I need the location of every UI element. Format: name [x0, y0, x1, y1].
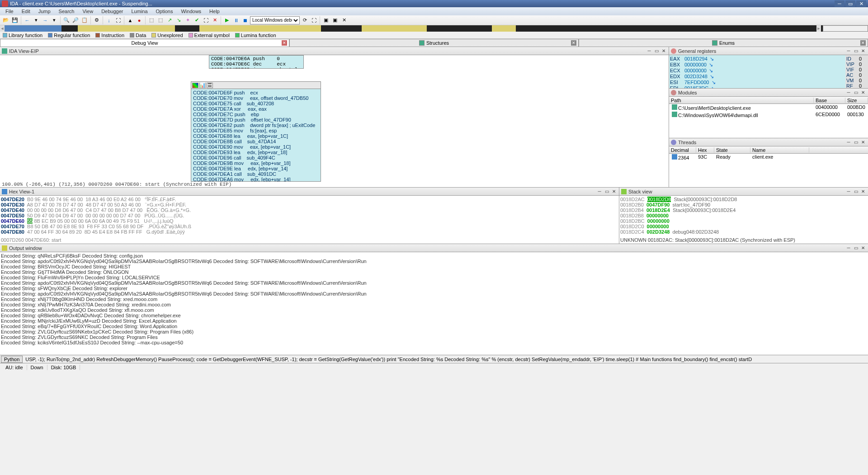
- close-button[interactable]: ✕: [856, 0, 866, 7]
- tool-j[interactable]: ↘: [175, 16, 183, 24]
- minimize-pane-button[interactable]: ─: [845, 245, 852, 251]
- flag-row[interactable]: VIF0: [846, 67, 867, 72]
- close-pane-button[interactable]: ✕: [860, 48, 866, 54]
- forward-button[interactable]: →: [41, 16, 49, 24]
- restore-pane-button[interactable]: ▭: [853, 245, 859, 251]
- tool-k[interactable]: ✦: [184, 16, 192, 24]
- close-icon[interactable]: ✕: [571, 40, 576, 46]
- stack-row[interactable]: 0018D2C4002D3248debug048:002D3248: [620, 229, 867, 235]
- registers-body[interactable]: EAX 0018D294 ↘EBX 00000000 ↘ECX 00000000…: [669, 55, 868, 88]
- tool-n[interactable]: ⟳: [301, 16, 309, 24]
- nav-overview[interactable]: [823, 25, 868, 32]
- minimize-button[interactable]: ─: [835, 0, 844, 7]
- open-button[interactable]: 📂: [2, 16, 10, 24]
- minimize-pane-button[interactable]: ─: [845, 48, 852, 54]
- tab-debugview[interactable]: Debug View✕: [0, 39, 289, 47]
- menu-help[interactable]: Help: [206, 8, 223, 15]
- close-pane-button[interactable]: ✕: [860, 139, 866, 146]
- tool-r[interactable]: ✕: [340, 16, 348, 24]
- threads-body[interactable]: Decimal Hex State Name 236493CReadyclien…: [669, 146, 868, 187]
- close-pane-button[interactable]: ✕: [660, 48, 667, 54]
- menu-options[interactable]: Options: [152, 8, 177, 15]
- restore-pane-button[interactable]: ▭: [604, 188, 610, 195]
- minimize-pane-button[interactable]: ─: [845, 188, 852, 195]
- flag-row[interactable]: AC0: [846, 72, 867, 78]
- close-pane-button[interactable]: ✕: [860, 245, 866, 251]
- stack-row[interactable]: 0018D2C000000000: [620, 224, 867, 229]
- module-row[interactable]: C:\Windows\SysWOW64\dwmapi.dll6CED000000…: [669, 111, 868, 118]
- tool-i[interactable]: ↗: [165, 16, 174, 24]
- tab-structures[interactable]: Structures✕: [289, 39, 579, 47]
- hex-row[interactable]: 0047DE50 50 D9 47 00 04 D9 47 00 00 00 0…: [1, 213, 618, 218]
- back-button[interactable]: ←: [23, 16, 31, 24]
- thread-row[interactable]: 236493CReadyclient.exe: [669, 154, 868, 161]
- stop-button[interactable]: ⏹: [241, 16, 249, 24]
- tab-enums[interactable]: Enums✕: [579, 39, 868, 47]
- tool-d[interactable]: ⚙: [93, 16, 101, 24]
- register-row[interactable]: EDI 0018F3DC ↘: [670, 85, 844, 88]
- close-pane-button[interactable]: ✕: [860, 89, 866, 96]
- graph-icon[interactable]: 📊: [199, 83, 206, 88]
- hex-row[interactable]: 0047DE60 55 8B EC B9 05 00 00 00 6A 00 6…: [1, 218, 618, 224]
- minimize-pane-button[interactable]: ─: [845, 89, 852, 96]
- menu-debugger[interactable]: Debugger: [98, 8, 127, 15]
- record-button[interactable]: ●: [135, 16, 143, 24]
- hex-row[interactable]: 0047DE20 B0 9E 46 00 74 9E 46 00 18 A3 4…: [1, 197, 618, 202]
- module-row[interactable]: C:\Users\Mert\Desktop\client.exe00400000…: [669, 104, 868, 111]
- menu-windows[interactable]: Windows: [177, 8, 205, 15]
- tool-l[interactable]: ✔: [193, 16, 201, 24]
- flag-row[interactable]: VIP0: [846, 61, 867, 67]
- stack-row[interactable]: 0018D2B00047DF90start:loc_47DF90: [620, 202, 867, 207]
- col-size[interactable]: Size: [845, 98, 868, 103]
- tool-g[interactable]: ⬚: [147, 16, 156, 24]
- command-input[interactable]: USP, -1); RunTo(mp_2nd_addr) RefreshDebu…: [24, 357, 867, 362]
- nav-right-arrow[interactable]: ►: [816, 25, 821, 32]
- register-row[interactable]: EAX 0018D294 ↘: [670, 56, 844, 62]
- stack-row[interactable]: 0018D2AC0018D2D8Stack[0000093C]:0018D2D8: [620, 197, 867, 202]
- stack-body[interactable]: 0018D2AC0018D2D8Stack[0000093C]:0018D2D8…: [619, 196, 868, 244]
- minimize-pane-button[interactable]: ─: [646, 48, 652, 54]
- close-pane-button[interactable]: ✕: [611, 188, 617, 195]
- restore-pane-button[interactable]: ▭: [853, 139, 859, 146]
- ida-view[interactable]: CODE:0047DE6A push 0 CODE:0047DE6C dec e…: [0, 55, 669, 187]
- col-state[interactable]: State: [714, 147, 750, 153]
- close-icon[interactable]: ✕: [860, 40, 866, 46]
- tool-o[interactable]: ⛶: [310, 16, 318, 24]
- col-path[interactable]: Path: [669, 98, 814, 103]
- restore-pane-button[interactable]: ▭: [853, 89, 859, 96]
- restore-pane-button[interactable]: ▭: [853, 48, 859, 54]
- save-button[interactable]: 💾: [11, 16, 19, 24]
- register-row[interactable]: ECX 00000000 ↘: [670, 68, 844, 74]
- menu-edit[interactable]: Edit: [18, 8, 34, 15]
- register-row[interactable]: ESI 7EFDD000 ↘: [670, 80, 844, 85]
- tool-del[interactable]: ✕: [211, 16, 219, 24]
- list-icon[interactable]: ☰: [207, 83, 213, 88]
- minimize-pane-button[interactable]: ─: [596, 188, 603, 195]
- hex-row[interactable]: 0047DE40 00 00 00 00 D8 D6 47 00 C4 D7 4…: [1, 207, 618, 213]
- debugger-select[interactable]: Local Windows debugger: [250, 16, 300, 24]
- dropdown-fwd[interactable]: ▾: [50, 16, 58, 24]
- python-button[interactable]: Python: [1, 356, 23, 363]
- hex-row[interactable]: 0047DE70 B8 50 DB 47 00 E8 8E 93 F8 FF 3…: [1, 224, 618, 229]
- restore-pane-button[interactable]: ▭: [653, 48, 660, 54]
- tool-h[interactable]: ⬚: [156, 16, 165, 24]
- col-dec[interactable]: Decimal: [669, 147, 696, 153]
- hex-row[interactable]: 0047DE30 A8 D7 47 00 78 D7 47 00 48 D7 4…: [1, 202, 618, 207]
- tool-q[interactable]: ▣: [331, 16, 339, 24]
- nav-left-arrow[interactable]: ◄: [0, 25, 5, 32]
- menu-view[interactable]: View: [79, 8, 97, 15]
- menu-file[interactable]: File: [2, 8, 17, 15]
- stack-row[interactable]: 0018D2B40018D2E4Stack[0000093C]:0018D2E4: [620, 207, 867, 213]
- tool-c[interactable]: 📋: [80, 16, 89, 24]
- maximize-button[interactable]: ▭: [845, 0, 855, 7]
- stack-row[interactable]: 0018D2BC00000000: [620, 218, 867, 224]
- flag-row[interactable]: VM0: [846, 78, 867, 83]
- tool-f[interactable]: ▲: [126, 16, 134, 24]
- modules-body[interactable]: Path Base Size C:\Users\Mert\Desktop\cli…: [669, 97, 868, 138]
- run-button[interactable]: ▶: [223, 16, 231, 24]
- asm-block-2[interactable]: 📊 ☰ CODE:0047DE6F push ecxCODE:0047DE70 …: [191, 81, 321, 182]
- restore-pane-button[interactable]: ▭: [853, 188, 859, 195]
- dropdown-back[interactable]: ▾: [32, 16, 40, 24]
- flag-row[interactable]: RF0: [846, 83, 867, 88]
- navigation-bar[interactable]: ◄ ►: [0, 25, 868, 32]
